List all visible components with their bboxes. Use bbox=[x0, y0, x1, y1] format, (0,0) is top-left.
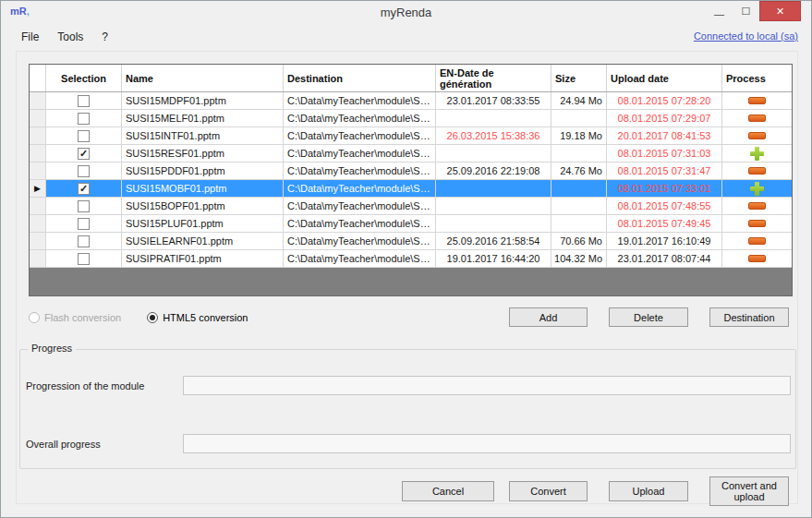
convert-button[interactable]: Convert bbox=[509, 481, 588, 501]
row-selector-cell[interactable] bbox=[30, 110, 46, 126]
process-plus-icon bbox=[749, 146, 765, 162]
upload-button[interactable]: Upload bbox=[609, 481, 688, 501]
generation-date-cell: 23.01.2017 08:33:55 bbox=[436, 92, 551, 109]
process-minus-icon bbox=[748, 237, 766, 245]
process-cell bbox=[722, 215, 791, 232]
row-checkbox[interactable] bbox=[78, 200, 90, 212]
row-selector-cell[interactable] bbox=[30, 145, 46, 162]
selection-cell bbox=[46, 233, 122, 249]
header-size[interactable]: Size bbox=[551, 65, 607, 91]
row-selector-cell[interactable] bbox=[30, 163, 46, 179]
header-upload-date[interactable]: Upload date bbox=[607, 65, 722, 91]
size-cell bbox=[551, 110, 607, 126]
row-checkbox[interactable] bbox=[78, 235, 90, 247]
table-row[interactable]: SUSIPRATIF01.pptm C:\Data\myTeacher\modu… bbox=[30, 250, 792, 268]
destination-cell: C:\Data\myTeacher\module\SUSI\S... bbox=[284, 250, 436, 267]
menu-file[interactable]: File bbox=[12, 28, 48, 46]
row-checkbox[interactable] bbox=[78, 113, 90, 125]
html5-conversion-radio[interactable]: HTML5 conversion bbox=[147, 312, 248, 323]
convert-and-upload-button[interactable]: Convert and upload bbox=[709, 476, 789, 506]
selection-cell bbox=[46, 250, 122, 267]
current-row-arrow-icon: ▶ bbox=[34, 184, 41, 193]
connection-status-link[interactable]: Connected to local (sa) bbox=[694, 30, 798, 42]
generation-date-cell bbox=[436, 110, 551, 126]
header-selection[interactable]: Selection bbox=[46, 65, 122, 91]
size-cell: 24.94 Mo bbox=[551, 92, 607, 109]
row-checkbox[interactable] bbox=[78, 95, 90, 107]
upload-date-cell: 08.01.2015 07:48:55 bbox=[607, 198, 722, 214]
table-row[interactable]: SUSI15BOPF01.pptm C:\Data\myTeacher\modu… bbox=[30, 198, 792, 215]
name-cell: SUSIPRATIF01.pptm bbox=[122, 250, 284, 267]
destination-button[interactable]: Destination bbox=[709, 307, 789, 327]
flash-conversion-radio[interactable]: Flash conversion bbox=[29, 312, 121, 323]
destination-cell: C:\Data\myTeacher\module\SUSI\S... bbox=[284, 233, 436, 249]
process-plus-icon bbox=[749, 181, 765, 197]
table-row[interactable]: SUSI15MELF01.pptm C:\Data\myTeacher\modu… bbox=[30, 110, 792, 127]
table-body: SUSI15MDPF01.pptm C:\Data\myTeacher\modu… bbox=[30, 92, 792, 268]
table-row[interactable]: SUSIELEARNF01.pptm C:\Data\myTeacher\mod… bbox=[30, 233, 792, 250]
row-checkbox[interactable] bbox=[78, 253, 90, 265]
menu-tools[interactable]: Tools bbox=[48, 28, 92, 46]
table-row[interactable]: SUSI15MDPF01.pptm C:\Data\myTeacher\modu… bbox=[30, 92, 792, 110]
maximize-button[interactable]: ☐ bbox=[733, 1, 759, 21]
destination-cell: C:\Data\myTeacher\module\SUSI\0... bbox=[284, 180, 436, 197]
row-selector-cell[interactable] bbox=[30, 233, 46, 249]
cancel-button[interactable]: Cancel bbox=[402, 481, 494, 501]
selection-cell bbox=[46, 163, 122, 179]
process-cell bbox=[722, 145, 791, 162]
row-checkbox[interactable] bbox=[78, 130, 90, 142]
process-minus-icon bbox=[748, 167, 766, 175]
upload-date-cell: 08.01.2015 07:49:45 bbox=[607, 215, 722, 232]
progress-group: Progress Progression of the module Overa… bbox=[19, 349, 796, 469]
table-row[interactable]: SUSI15PLUF01.pptm C:\Data\myTeacher\modu… bbox=[30, 215, 792, 233]
process-minus-icon bbox=[748, 202, 766, 210]
generation-date-cell: 26.03.2015 15:38:36 bbox=[436, 127, 551, 144]
app-window: mR, myRenda — ☐ ✕ File Tools ? Connected… bbox=[0, 0, 812, 518]
header-process[interactable]: Process bbox=[722, 65, 791, 91]
close-button[interactable]: ✕ bbox=[759, 1, 801, 21]
menu-help[interactable]: ? bbox=[92, 28, 117, 46]
table-row[interactable]: ▶ ✓ SUSI15MOBF01.pptm C:\Data\myTeacher\… bbox=[30, 180, 792, 198]
size-cell: 19.18 Mo bbox=[551, 127, 607, 144]
header-generation-date[interactable]: EN-Date de génération bbox=[436, 65, 551, 91]
add-button[interactable]: Add bbox=[509, 307, 588, 327]
generation-date-cell: 25.09.2016 21:58:54 bbox=[436, 233, 551, 249]
module-progress-bar bbox=[183, 376, 791, 395]
main-panel: Selection Name Destination EN-Date de gé… bbox=[16, 51, 798, 504]
process-cell bbox=[722, 198, 791, 214]
destination-cell: C:\Data\myTeacher\module\SUSI\0... bbox=[284, 145, 436, 162]
selection-cell bbox=[46, 198, 122, 214]
name-cell: SUSI15PLUF01.pptm bbox=[122, 215, 284, 232]
row-selector-cell[interactable] bbox=[30, 215, 46, 232]
size-cell bbox=[551, 145, 607, 162]
delete-button[interactable]: Delete bbox=[609, 307, 688, 327]
header-name[interactable]: Name bbox=[122, 65, 284, 91]
row-selector-cell[interactable] bbox=[30, 198, 46, 214]
process-cell bbox=[722, 180, 791, 197]
size-cell bbox=[551, 198, 607, 214]
row-selector-cell[interactable] bbox=[30, 92, 46, 109]
row-selector-cell[interactable] bbox=[30, 250, 46, 267]
radio-circle-icon bbox=[29, 312, 40, 323]
row-checkbox[interactable]: ✓ bbox=[78, 148, 90, 160]
table-row[interactable]: ✓ SUSI15RESF01.pptm C:\Data\myTeacher\mo… bbox=[30, 145, 792, 163]
destination-cell: C:\Data\myTeacher\module\SUSI\0... bbox=[284, 198, 436, 214]
destination-cell: C:\Data\myTeacher\module\SUSI\0... bbox=[284, 163, 436, 179]
upload-date-cell: 19.01.2017 16:10:49 bbox=[607, 233, 722, 249]
row-checkbox[interactable] bbox=[78, 165, 90, 177]
conversion-options: Flash conversion HTML5 conversion bbox=[29, 307, 273, 328]
overall-progress-label: Overall progress bbox=[26, 439, 101, 450]
table-row[interactable]: SUSI15PDDF01.pptm C:\Data\myTeacher\modu… bbox=[30, 163, 792, 180]
minimize-button[interactable]: — bbox=[706, 1, 733, 21]
selection-cell bbox=[46, 127, 122, 144]
header-destination[interactable]: Destination bbox=[284, 65, 436, 91]
progress-group-label: Progress bbox=[28, 343, 76, 354]
row-selector-cell[interactable]: ▶ bbox=[30, 180, 46, 197]
row-checkbox[interactable] bbox=[78, 218, 90, 230]
table-row[interactable]: SUSI15INTF01.pptm C:\Data\myTeacher\modu… bbox=[30, 127, 792, 145]
row-selector-cell[interactable] bbox=[30, 127, 46, 144]
row-checkbox[interactable]: ✓ bbox=[78, 183, 90, 195]
destination-cell: C:\Data\myTeacher\module\SUSI\0... bbox=[284, 110, 436, 126]
name-cell: SUSIELEARNF01.pptm bbox=[122, 233, 284, 249]
module-progress-label: Progression of the module bbox=[26, 380, 144, 392]
